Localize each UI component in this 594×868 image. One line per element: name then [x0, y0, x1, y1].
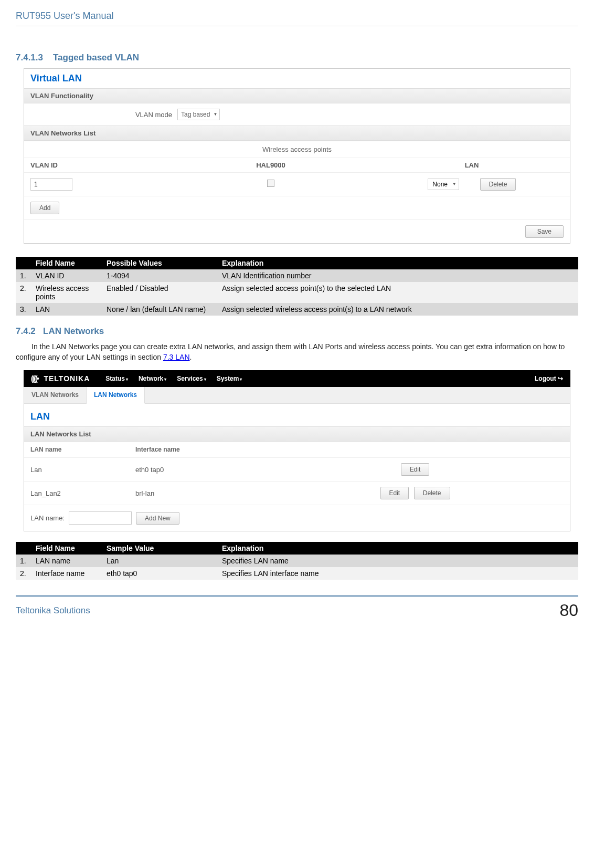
chevron-down-icon: ▾	[126, 377, 128, 382]
chevron-down-icon: ▾	[204, 377, 206, 382]
chevron-down-icon: ▾	[240, 377, 242, 382]
th-explanation: Explanation	[218, 257, 578, 269]
col-interface-name: Interface name	[135, 446, 267, 453]
vlan-mode-select[interactable]: Tag based	[177, 109, 220, 120]
hal9000-checkbox[interactable]	[267, 180, 274, 187]
th-num	[16, 257, 31, 269]
cell: Specifies LAN interface name	[218, 567, 578, 580]
cell: Specifies LAN name	[218, 555, 578, 567]
cell: LAN	[31, 303, 102, 316]
vlan-column-headers: VLAN ID HAL9000 LAN	[24, 158, 570, 173]
wireless-ap-label: Wireless access points	[24, 141, 570, 158]
lan-name-value: Lan_Lan2	[30, 489, 135, 497]
cell: eth0 tap0	[102, 567, 218, 580]
table-vlan-fields: Field Name Possible Values Explanation 1…	[16, 257, 578, 316]
chevron-down-icon: ▾	[164, 377, 166, 382]
th-field: Field Name	[31, 542, 102, 555]
body-paragraph: In the LAN Networks page you can create …	[16, 342, 578, 362]
cell: VLAN ID	[31, 269, 102, 282]
save-button[interactable]: Save	[525, 225, 564, 238]
add-button-row: Add	[24, 196, 570, 219]
screenshot-virtual-lan: Virtual LAN VLAN Functionality VLAN mode…	[24, 68, 570, 244]
cell: 1.	[16, 555, 31, 567]
cell: 3.	[16, 303, 31, 316]
lan-name-label: LAN name:	[30, 514, 65, 522]
nav-services[interactable]: Services▾	[177, 375, 206, 382]
interface-name-value: eth0 tap0	[135, 466, 267, 474]
cell: 2.	[16, 282, 31, 303]
edit-button[interactable]: Edit	[380, 487, 409, 499]
th-values: Sample Value	[102, 542, 218, 555]
cell: None / lan (default LAN name)	[102, 303, 218, 316]
add-new-button[interactable]: Add New	[136, 512, 179, 525]
cell: Assign selected wireless access point(s)…	[218, 303, 578, 316]
table-row: 1. VLAN ID 1-4094 VLAN Identification nu…	[16, 269, 578, 282]
nav-network[interactable]: Network▾	[139, 375, 166, 382]
link-7-3-lan[interactable]: 7.3 LAN	[163, 353, 190, 361]
lan-name-input[interactable]	[69, 511, 132, 525]
th-values: Possible Values	[102, 257, 218, 269]
logo-bars-icon: ((((•	[31, 374, 38, 383]
th-explanation: Explanation	[218, 542, 578, 555]
panel-vlan-networks: VLAN Networks List	[24, 126, 570, 141]
cell: 1-4094	[102, 269, 218, 282]
cell: Interface name	[31, 567, 102, 580]
edit-button[interactable]: Edit	[401, 463, 430, 476]
section-title-lan-networks: 7.4.2 LAN Networks	[16, 326, 578, 337]
cell: 1.	[16, 269, 31, 282]
list-item: Lan eth0 tap0 Edit	[24, 458, 570, 482]
section-number: 7.4.2	[16, 326, 36, 336]
section-name: LAN Networks	[43, 326, 104, 336]
panel-lan-networks-list: LAN Networks List	[24, 426, 570, 442]
panel-vlan-functionality: VLAN Functionality	[24, 88, 570, 103]
page-number: 80	[559, 601, 578, 620]
page-title: Virtual LAN	[24, 69, 570, 88]
col-lan-name: LAN name	[30, 446, 135, 453]
footer: Teltonika Solutions 80	[16, 597, 578, 620]
delete-button[interactable]: Delete	[414, 487, 450, 499]
col-lan: LAN	[380, 161, 564, 169]
col-hal9000: HAL9000	[162, 161, 380, 169]
vlan-data-row: 1 None Delete	[24, 173, 570, 196]
nav-system[interactable]: System▾	[217, 375, 242, 382]
tab-vlan-networks[interactable]: VLAN Networks	[24, 387, 87, 403]
logout-icon: ↪	[558, 375, 563, 382]
table-row: 2. Wireless access points Enabled / Disa…	[16, 282, 578, 303]
tab-lan-networks[interactable]: LAN Networks	[87, 387, 145, 404]
nav-status[interactable]: Status▾	[105, 375, 128, 382]
lan-select[interactable]: None	[428, 179, 459, 190]
lan-name-value: Lan	[30, 466, 135, 474]
cell: Wireless access points	[31, 282, 102, 303]
section-title-tagged-vlan: 7.4.1.3 Tagged based VLAN	[16, 53, 578, 63]
th-num	[16, 542, 31, 555]
navigation-bar: ((((• TELTONIKA Status▾ Network▾ Service…	[24, 370, 570, 387]
document-header: RUT955 User's Manual	[16, 11, 578, 26]
vlan-id-input[interactable]: 1	[30, 178, 72, 191]
table-row: 2. Interface name eth0 tap0 Specifies LA…	[16, 567, 578, 580]
nav-logout[interactable]: Logout ↪	[535, 375, 563, 382]
footer-company: Teltonika Solutions	[16, 605, 90, 616]
teltonika-logo: ((((• TELTONIKA	[31, 374, 90, 383]
cell: 2.	[16, 567, 31, 580]
th-field: Field Name	[31, 257, 102, 269]
section-number: 7.4.1.3	[16, 53, 43, 62]
table-lan-fields: Field Name Sample Value Explanation 1. L…	[16, 542, 578, 580]
add-button[interactable]: Add	[30, 202, 59, 214]
form-row-vlan-mode: VLAN mode Tag based	[24, 103, 570, 126]
cell: VLAN Identification number	[218, 269, 578, 282]
cell: Assign selected access point(s) to the s…	[218, 282, 578, 303]
add-lan-row: LAN name: Add New	[24, 505, 570, 531]
col-vlan-id: VLAN ID	[30, 161, 162, 169]
document-page: RUT955 User's Manual 7.4.1.3 Tagged base…	[0, 0, 594, 868]
table-row: 3. LAN None / lan (default LAN name) Ass…	[16, 303, 578, 316]
screenshot-lan-networks: ((((• TELTONIKA Status▾ Network▾ Service…	[24, 370, 570, 531]
lan-column-headers: LAN name Interface name	[24, 442, 570, 458]
section-name: Tagged based VLAN	[53, 53, 139, 62]
page-title: LAN	[24, 404, 570, 426]
list-item: Lan_Lan2 brl-lan Edit Delete	[24, 482, 570, 505]
cell: Lan	[102, 555, 218, 567]
vlan-mode-label: VLAN mode	[30, 111, 177, 119]
cell: LAN name	[31, 555, 102, 567]
cell: Enabled / Disabled	[102, 282, 218, 303]
delete-button[interactable]: Delete	[480, 178, 516, 191]
